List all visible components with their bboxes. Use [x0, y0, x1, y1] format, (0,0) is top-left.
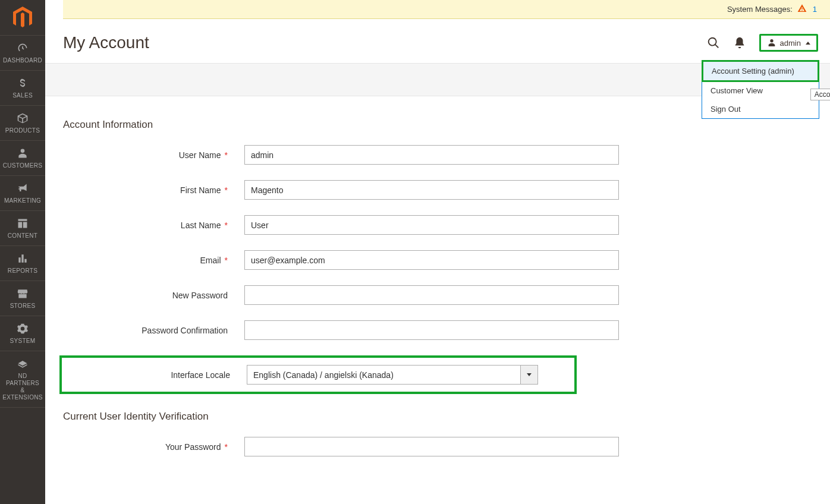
- locale-select-value: English (Canada) / angielski (Kanada): [247, 365, 520, 385]
- dropdown-item-account-setting[interactable]: Account Setting (admin): [702, 60, 819, 82]
- locale-select[interactable]: English (Canada) / angielski (Kanada): [247, 365, 538, 385]
- sidebar-item-products[interactable]: PRODUCTS: [0, 106, 45, 141]
- sidebar-item-content[interactable]: CONTENT: [0, 211, 45, 246]
- main-content: System Messages: 1 My Account admin Acco…: [45, 0, 830, 504]
- row-email: Email*: [63, 250, 812, 270]
- warning-icon: [797, 4, 807, 15]
- row-yourpassword: Your Password*: [63, 437, 812, 456]
- sidebar-item-label: MARKETING: [4, 197, 41, 204]
- form-area: Account Information User Name* First Nam…: [45, 96, 830, 504]
- header-tools: admin Account Setting (admin) Customer V…: [707, 34, 818, 52]
- sidebar-item-label: CUSTOMERS: [3, 162, 42, 169]
- locale-dropdown-button[interactable]: [520, 365, 538, 385]
- dropdown-item-customer-view[interactable]: Customer View: [702, 81, 819, 100]
- section-title-verification: Current User Identity Verification: [63, 411, 812, 423]
- sidebar-item-label: PRODUCTS: [5, 127, 40, 134]
- row-firstname: First Name*: [63, 180, 812, 200]
- system-messages-count[interactable]: 1: [813, 5, 817, 14]
- sidebar-item-label: REPORTS: [8, 267, 37, 275]
- input-email[interactable]: [244, 250, 619, 270]
- input-username[interactable]: [244, 145, 619, 165]
- sidebar-item-sales[interactable]: SALES: [0, 71, 45, 106]
- label-passwordconfirm: Password Confirmation: [63, 326, 244, 335]
- input-passwordconfirm[interactable]: [244, 320, 619, 340]
- row-lastname: Last Name*: [63, 215, 812, 235]
- label-email: Email*: [63, 256, 244, 265]
- dollar-icon: [17, 77, 29, 90]
- layout-icon: [17, 217, 29, 230]
- row-newpassword: New Password: [63, 285, 812, 305]
- sidebar-item-reports[interactable]: REPORTS: [0, 246, 45, 281]
- sidebar-item-stores[interactable]: STORES: [0, 281, 45, 316]
- admin-account-button[interactable]: admin: [759, 34, 818, 52]
- tooltip: Account: [810, 89, 830, 100]
- blocks-icon: [17, 357, 29, 370]
- label-yourpassword: Your Password*: [63, 442, 244, 452]
- sidebar-item-marketing[interactable]: MARKETING: [0, 176, 45, 211]
- admin-sidebar: DASHBOARD SALES PRODUCTS CUSTOMERS MARKE…: [0, 0, 45, 504]
- search-icon[interactable]: [707, 36, 720, 49]
- sidebar-item-customers[interactable]: CUSTOMERS: [0, 141, 45, 176]
- label-newpassword: New Password: [63, 291, 244, 300]
- gauge-icon: [17, 42, 29, 55]
- page-header: My Account admin Account Setting (admin)…: [45, 19, 830, 63]
- barchart-icon: [17, 252, 29, 265]
- magento-logo-icon: [13, 7, 32, 29]
- app-logo[interactable]: [0, 0, 45, 36]
- row-passwordconfirm: Password Confirmation: [63, 320, 812, 340]
- gear-icon: [17, 322, 29, 335]
- notifications-icon[interactable]: [733, 36, 746, 49]
- input-newpassword[interactable]: [244, 285, 619, 305]
- box-icon: [17, 112, 29, 125]
- input-lastname[interactable]: [244, 215, 619, 235]
- admin-dropdown: Account Setting (admin) Customer View Si…: [702, 60, 819, 119]
- admin-label: admin: [780, 39, 801, 48]
- sidebar-item-label: STORES: [10, 303, 36, 310]
- label-locale: Interface Locale: [62, 370, 247, 380]
- row-username: User Name*: [63, 145, 812, 165]
- store-icon: [17, 287, 29, 300]
- person-icon: [17, 147, 29, 160]
- system-messages-bar: System Messages: 1: [63, 0, 830, 19]
- sidebar-item-label: ND PARTNERS & EXTENSIONS: [1, 373, 44, 401]
- person-icon: [767, 38, 776, 48]
- sidebar-item-dashboard[interactable]: DASHBOARD: [0, 36, 45, 71]
- dropdown-item-sign-out[interactable]: Sign Out: [702, 100, 819, 118]
- megaphone-icon: [17, 182, 29, 195]
- label-firstname: First Name*: [63, 185, 244, 195]
- sidebar-item-partners[interactable]: ND PARTNERS & EXTENSIONS: [0, 351, 45, 408]
- label-lastname: Last Name*: [63, 220, 244, 230]
- sidebar-item-label: SYSTEM: [10, 338, 36, 345]
- input-yourpassword[interactable]: [244, 437, 619, 456]
- row-interface-locale: Interface Locale English (Canada) / angi…: [59, 355, 577, 394]
- caret-up-icon: [806, 42, 810, 45]
- system-messages-label: System Messages:: [727, 5, 793, 14]
- section-title-account-info: Account Information: [63, 119, 812, 131]
- caret-down-icon: [527, 373, 532, 376]
- page-title: My Account: [63, 33, 149, 52]
- sidebar-item-label: CONTENT: [8, 232, 37, 240]
- sidebar-item-system[interactable]: SYSTEM: [0, 316, 45, 351]
- label-username: User Name*: [63, 150, 244, 160]
- sidebar-item-label: DASHBOARD: [3, 57, 42, 64]
- sidebar-item-label: SALES: [12, 92, 33, 99]
- input-firstname[interactable]: [244, 180, 619, 200]
